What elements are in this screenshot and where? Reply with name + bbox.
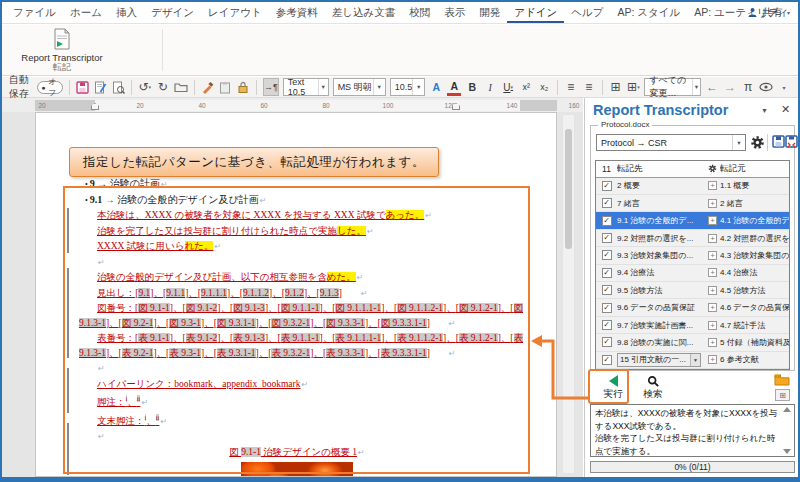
share-button[interactable]: 共有 ▾ — [747, 2, 790, 23]
open-result-folder-button[interactable] — [774, 374, 790, 388]
menu-tab[interactable]: 表示 — [437, 2, 472, 23]
open-button[interactable] — [174, 78, 188, 96]
next-change-button[interactable]: → — [723, 78, 737, 96]
tracking-display-combo[interactable]: すべての変更…▼ — [644, 78, 701, 96]
panel-menu-button[interactable]: ▼ — [761, 107, 768, 114]
menu-tab[interactable]: ホーム — [63, 2, 109, 23]
settings-button[interactable] — [750, 135, 765, 152]
row-checkbox[interactable]: ✓ — [602, 268, 612, 278]
execute-button[interactable]: 実行 — [595, 374, 631, 401]
undo-button[interactable]: ↺▾ — [138, 78, 152, 96]
expand-plus-icon[interactable]: + — [708, 338, 717, 347]
menu-tab[interactable]: デザイン — [144, 2, 201, 23]
expand-plus-icon[interactable]: + — [708, 303, 717, 312]
expand-plus-icon[interactable]: + — [708, 355, 717, 364]
menu-tab[interactable]: ヘルプ — [564, 2, 610, 23]
scroll-down-icon[interactable] — [783, 449, 791, 454]
menu-tab[interactable]: 差し込み文書 — [325, 2, 403, 23]
save-button[interactable] — [75, 78, 89, 96]
preview-scrollbar[interactable] — [781, 405, 793, 456]
previous-change-button[interactable]: ← — [705, 78, 719, 96]
pattern-combo[interactable]: Protocol → CSR ▼ — [596, 134, 746, 151]
row-checkbox[interactable]: ✓ — [602, 181, 612, 191]
mapping-row[interactable]: ✓15 引用文献の一...▼+6 参考文献 — [596, 352, 789, 369]
redo-button[interactable]: ↻ — [156, 78, 170, 96]
to-section-dropdown[interactable]: 15 引用文献の一...▼ — [617, 353, 701, 367]
row-checkbox[interactable]: ✓ — [602, 303, 612, 313]
menu-tab[interactable]: 校閲 — [402, 2, 437, 23]
visibility-button[interactable] — [759, 78, 773, 96]
mapping-row[interactable]: ✓9.1 治験の全般的デ...+4.1 治験の全般的デ... — [596, 212, 789, 229]
mapping-row[interactable]: ✓9.3 治験対象集団の...+4.3 治験対象集団の... — [596, 247, 789, 264]
row-checkbox[interactable]: ✓ — [602, 355, 612, 365]
expand-plus-icon[interactable]: + — [708, 181, 717, 190]
menu-tab[interactable]: 参考資料 — [269, 2, 325, 23]
menu-tab[interactable]: ファイル — [6, 2, 63, 23]
format-painter-button[interactable] — [200, 78, 214, 96]
expand-plus-icon[interactable]: + — [708, 268, 717, 277]
paste-button[interactable] — [218, 78, 232, 96]
toolbar-more-button[interactable]: ▾ — [777, 78, 791, 96]
menu-tab[interactable]: AP: 特殊記号 — [796, 2, 800, 23]
expand-plus-icon[interactable]: + — [708, 251, 717, 260]
mapping-row[interactable]: ✓9.8 治験の実施に関...+5 付録（補助資料及... — [596, 334, 789, 351]
header-gear-button[interactable] — [705, 164, 720, 173]
save-mapping-button[interactable] — [772, 135, 785, 150]
save-as-mapping-button[interactable] — [785, 135, 798, 150]
autosave-toggle[interactable]: ●オフ — [37, 81, 62, 94]
menu-tab[interactable]: アドイン — [507, 2, 564, 23]
style-combo[interactable]: Text 10.5▼ — [283, 78, 329, 96]
subscript-button[interactable]: x₂ — [537, 78, 551, 96]
font-color-button[interactable]: A — [447, 78, 461, 96]
row-checkbox[interactable]: ✓ — [602, 337, 612, 347]
bold-button[interactable]: B — [465, 78, 479, 96]
print-preview-button[interactable] — [111, 78, 125, 96]
superscript-button[interactable]: x² — [519, 78, 533, 96]
row-checkbox[interactable]: ✓ — [602, 320, 612, 330]
expand-plus-icon[interactable]: + — [708, 234, 717, 243]
close-icon[interactable]: ✕ — [781, 103, 790, 116]
font-combo[interactable]: MS 明朝▼ — [333, 78, 386, 96]
horizontal-ruler[interactable]: 2020406080100120140160 — [0, 98, 583, 112]
phonetic-guide-button[interactable]: A — [429, 78, 443, 96]
mapping-row[interactable]: ✓7 緒言+2 緒言 — [596, 195, 789, 212]
formatting-marks-toggle[interactable]: →¶ — [263, 78, 279, 96]
italic-button[interactable]: I — [483, 78, 497, 96]
scrollbar-thumb[interactable] — [565, 129, 572, 249]
search-button[interactable]: 検索 — [635, 374, 671, 401]
row-checkbox[interactable]: ✓ — [602, 285, 612, 295]
mapping-row[interactable]: ✓9.7 治験実施計画書...+4.7 統計手法 — [596, 317, 789, 334]
expand-plus-icon[interactable]: + — [708, 216, 717, 225]
expand-plus-icon[interactable]: + — [708, 321, 717, 330]
document-page[interactable]: 指定した転記パターンに基づき、転記処理が行われます。 •9 → 治験の計画↵•9… — [35, 112, 557, 477]
protect-button[interactable] — [236, 78, 250, 96]
row-checkbox[interactable]: ✓ — [602, 233, 612, 243]
row-checkbox[interactable]: ✓ — [602, 216, 612, 226]
menu-tab[interactable]: レイアウト — [201, 2, 269, 23]
menu-tab[interactable]: 開発 — [472, 2, 507, 23]
equation-button[interactable]: π — [741, 78, 755, 96]
menu-tab[interactable]: 挿入 — [109, 2, 144, 23]
insert-table-button[interactable]: ⊞ — [608, 78, 622, 96]
justify-button[interactable]: ≡ — [582, 78, 596, 96]
mapping-row[interactable]: ✓9.5 治験方法+4.5 治験方法 — [596, 282, 789, 299]
align-left-button[interactable]: ≡ — [564, 78, 578, 96]
scroll-up-icon[interactable] — [783, 407, 791, 412]
mapping-row[interactable]: ✓9.6 データの品質保証+4.6 データの品質保証 — [596, 299, 789, 316]
expand-plus-icon[interactable]: + — [708, 199, 717, 208]
row-checkbox[interactable]: ✓ — [602, 198, 612, 208]
mapping-row[interactable]: ✓9.4 治療法+4.4 治療法 — [596, 265, 789, 282]
document-scrollbar[interactable] — [562, 114, 575, 474]
window-view-button[interactable]: ⊞ — [775, 389, 790, 401]
mapping-row[interactable]: ✓2 概要+1.1 概要 — [596, 178, 789, 195]
underline-button[interactable]: U▾ — [501, 78, 515, 96]
font-size-combo[interactable]: 10.5▼ — [390, 78, 426, 96]
report-transcriptor-button[interactable]: Report Transcriptor — [16, 27, 108, 63]
menu-tab[interactable]: AP: スタイル — [610, 2, 687, 23]
row-checkbox[interactable]: ✓ — [602, 250, 612, 260]
mapping-row[interactable]: ✓9.2 対照群の選択を...+4.2 対照群の選択を... — [596, 230, 789, 247]
preview-text[interactable]: 本治験は、XXXXの被験者を対象にXXXXを投与するXXX試験である。 治験を完… — [590, 404, 795, 457]
borders-button[interactable]: ⊞▾ — [626, 78, 640, 96]
edit-document-button[interactable] — [93, 78, 107, 96]
expand-plus-icon[interactable]: + — [708, 286, 717, 295]
